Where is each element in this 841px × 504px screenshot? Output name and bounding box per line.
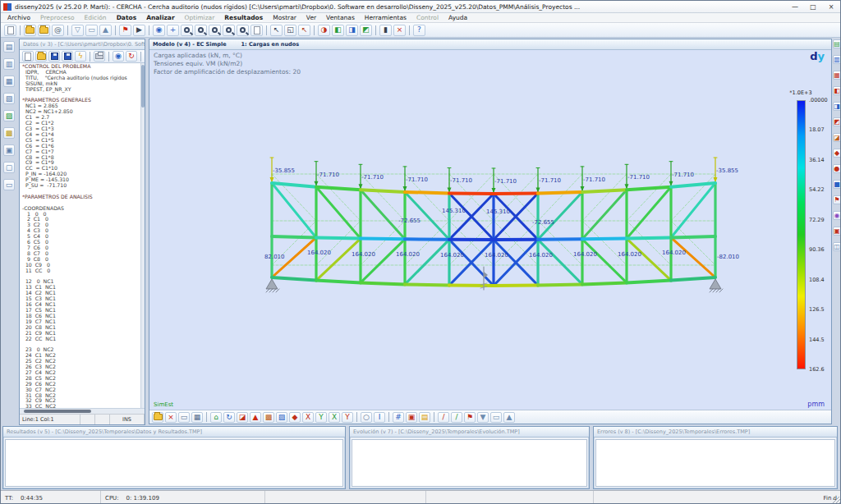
- zoom-extents-icon[interactable]: [223, 25, 235, 36]
- model-view-icon[interactable]: ⌂: [210, 412, 222, 423]
- menu-item-ver[interactable]: Ver: [301, 14, 321, 21]
- export-icon[interactable]: ▥: [833, 55, 841, 64]
- draw-green-icon[interactable]: /: [451, 412, 462, 423]
- resize-grip[interactable]: [833, 497, 840, 504]
- project-tree-icon[interactable]: ▤: [3, 41, 15, 53]
- print-icon[interactable]: [94, 51, 105, 62]
- delete-icon[interactable]: ×: [393, 25, 406, 36]
- camera-icon[interactable]: ◫: [833, 242, 841, 251]
- tile-windows-icon[interactable]: ▭: [85, 25, 98, 36]
- continue-run-icon[interactable]: ▶: [133, 25, 145, 36]
- modes-icon[interactable]: ●: [833, 164, 841, 173]
- save-as-icon[interactable]: [62, 51, 73, 62]
- notes-icon[interactable]: ▣: [833, 227, 841, 236]
- design-icon[interactable]: ■: [833, 180, 841, 189]
- nodes-display-icon[interactable]: ○: [361, 412, 372, 423]
- stresses-icon[interactable]: ◨: [833, 102, 841, 111]
- window-icon[interactable]: ▭: [490, 412, 502, 423]
- forces-icon[interactable]: ◧: [833, 86, 841, 95]
- numbering-icon[interactable]: #: [393, 412, 404, 423]
- errores-content[interactable]: [595, 439, 835, 487]
- maximize-button[interactable]: □: [804, 2, 822, 11]
- minimize-button[interactable]: —: [786, 2, 804, 11]
- menu-item-mostrar[interactable]: Mostrar: [268, 14, 301, 21]
- reload-icon[interactable]: ↻: [126, 51, 137, 62]
- reactions-icon[interactable]: ◪: [833, 133, 841, 142]
- console-icon[interactable]: ▮: [379, 25, 392, 36]
- check-data-icon[interactable]: ◉: [113, 51, 124, 62]
- settings-icon[interactable]: ▭: [3, 179, 15, 190]
- datos-horizontal-scrollbar[interactable]: [20, 408, 145, 414]
- result-maps-icon[interactable]: ◑: [318, 25, 330, 36]
- menu-item-ayuda[interactable]: Ayuda: [443, 14, 472, 21]
- help-icon[interactable]: ?: [413, 25, 425, 36]
- draw-red-icon[interactable]: /: [438, 412, 449, 423]
- render-view-icon[interactable]: ▩: [263, 412, 274, 423]
- envelopes-icon[interactable]: ◆: [833, 149, 841, 158]
- local-x-icon[interactable]: X: [329, 412, 340, 423]
- animation-icon[interactable]: ◩: [360, 25, 372, 36]
- materials-icon[interactable]: ▦: [3, 76, 15, 87]
- evolucion-content[interactable]: [352, 439, 587, 487]
- new-file-icon[interactable]: [22, 51, 34, 62]
- zoom-out-icon[interactable]: [195, 25, 207, 36]
- axes-y-icon[interactable]: Y: [315, 412, 327, 423]
- axes-x-icon[interactable]: X: [302, 412, 314, 423]
- tables-icon[interactable]: ▤: [833, 39, 841, 48]
- title-bar[interactable]: disseny2025 (v 25.20 P. Martí): - CERCHA…: [1, 1, 841, 13]
- results-icon[interactable]: ▣: [3, 144, 15, 156]
- open-file-icon[interactable]: [24, 25, 36, 36]
- evolucion-titlebar[interactable]: Evolución (v 7) - [C:\Disseny_2025\Tempo…: [350, 427, 589, 438]
- resultados-content[interactable]: [5, 439, 343, 487]
- print-preview-icon[interactable]: [250, 25, 263, 36]
- menu-item-resultados[interactable]: Resultados: [219, 14, 268, 21]
- deformed-shape-icon[interactable]: ◧: [332, 25, 344, 36]
- close-view-icon[interactable]: ×: [165, 412, 177, 423]
- resultados-titlebar[interactable]: Resultados (v 5) - [C:\Disseny_2025\Temp…: [3, 427, 345, 438]
- data-files-icon[interactable]: ▥: [3, 58, 15, 70]
- datos-vertical-scrollbar[interactable]: [140, 63, 145, 408]
- zoom-in-icon[interactable]: [181, 25, 193, 36]
- menu-item-datos[interactable]: Datos: [112, 14, 142, 21]
- loads-icon[interactable]: ▨: [3, 110, 15, 121]
- grid-icon[interactable]: ▦: [191, 412, 203, 423]
- shrink-elements-icon[interactable]: ◆: [289, 412, 301, 423]
- section-view-icon[interactable]: ◪: [237, 412, 248, 423]
- open-file-icon[interactable]: [35, 51, 47, 62]
- solid-view-icon[interactable]: ▲: [250, 412, 261, 423]
- run-analysis-icon[interactable]: ⚑: [119, 25, 131, 36]
- rotate-view-icon[interactable]: ↻: [223, 412, 235, 423]
- sections-display-icon[interactable]: I: [374, 412, 385, 423]
- up-icon[interactable]: ▲: [503, 412, 515, 423]
- query-entity-icon[interactable]: ↖: [298, 25, 310, 36]
- menu-item-analizar[interactable]: Analizar: [141, 14, 179, 21]
- force-diagrams-icon[interactable]: ◨: [346, 25, 358, 36]
- wireframe-view-icon[interactable]: ▨: [276, 412, 287, 423]
- quick-run-icon[interactable]: ϟ: [75, 51, 86, 62]
- legend-icon[interactable]: ▤: [419, 412, 430, 423]
- report-icon[interactable]: ▦: [833, 71, 841, 80]
- save-icon[interactable]: [48, 51, 60, 62]
- orbit-view-icon[interactable]: ◉: [153, 25, 165, 36]
- errores-titlebar[interactable]: Errores (v 8) - [C:\Disseny_2025\Tempora…: [594, 427, 837, 438]
- close-button[interactable]: ×: [822, 2, 840, 11]
- select-node-icon[interactable]: ↖: [270, 25, 283, 36]
- duplicate-view-icon[interactable]: ▭: [178, 412, 190, 423]
- collapse-windows-icon[interactable]: ▽: [71, 25, 84, 36]
- pan-view-icon[interactable]: +: [167, 25, 179, 36]
- load-case-icon[interactable]: [152, 412, 163, 423]
- combinations-icon[interactable]: ▩: [3, 127, 15, 139]
- local-y-icon[interactable]: Y: [342, 412, 353, 423]
- reports-icon[interactable]: ▢: [3, 162, 15, 173]
- zoom-previous-icon[interactable]: [237, 25, 249, 36]
- open-copy-icon[interactable]: [38, 25, 50, 36]
- new-file-icon[interactable]: [4, 25, 16, 36]
- datos-window-titlebar[interactable]: Datos (v 3) - [C:\Users\pmarti\Dropbox\0…: [20, 39, 145, 50]
- sections-icon[interactable]: ▧: [3, 93, 15, 104]
- model-viewport[interactable]: Cargas aplicadas (kN, m, °C) Tensiones e…: [149, 50, 831, 410]
- zoom-window-icon[interactable]: [209, 25, 221, 36]
- datos-editor[interactable]: *CONTROL DEL PROBLEMA IDPR, CERCHA TITU,…: [20, 63, 140, 408]
- flags-icon[interactable]: ⚑: [464, 412, 476, 423]
- model-window-titlebar[interactable]: Modelo (v 4) - EC Simple 1: Cargas en nu…: [149, 39, 831, 50]
- menu-item-ventanas[interactable]: Ventanas: [321, 14, 360, 21]
